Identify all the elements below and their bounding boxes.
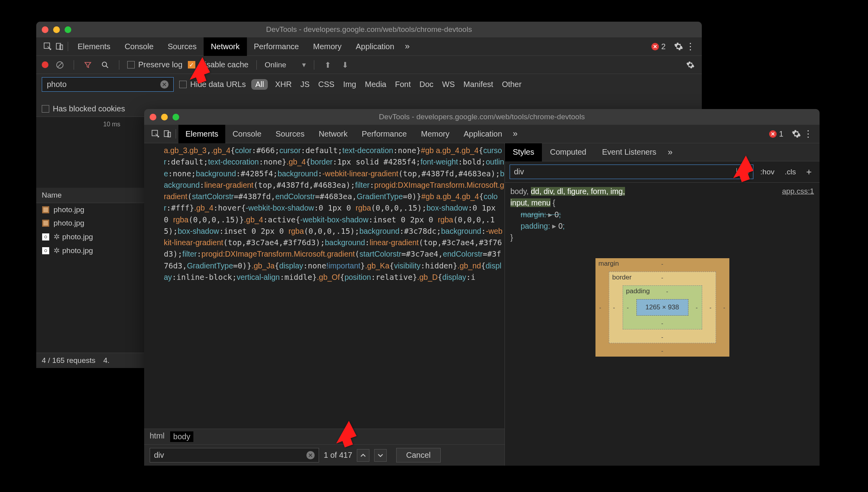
- styles-filter-input[interactable]: div ✕: [510, 165, 753, 179]
- error-icon: ✕: [651, 43, 659, 50]
- styles-tab-styles[interactable]: Styles: [505, 143, 542, 161]
- filter-type-css[interactable]: CSS: [317, 79, 336, 90]
- css-source-view[interactable]: a.gb_3.gb_3,.gb_4{color:#666;cursor:defa…: [144, 143, 504, 429]
- margin-left-value[interactable]: -: [599, 304, 601, 311]
- device-toggle-icon[interactable]: [161, 128, 173, 140]
- tab-performance[interactable]: Performance: [247, 37, 306, 56]
- border-right-value[interactable]: -: [710, 304, 712, 311]
- cls-button[interactable]: .cls: [781, 168, 799, 176]
- box-model-content-size[interactable]: 1265 × 938: [636, 299, 688, 316]
- inspect-icon[interactable]: [150, 128, 161, 140]
- filter-type-js[interactable]: JS: [299, 79, 311, 90]
- filter-type-font[interactable]: Font: [393, 79, 412, 90]
- network-settings-icon[interactable]: [684, 59, 696, 71]
- settings-icon[interactable]: [673, 41, 684, 52]
- maximize-window-button[interactable]: [65, 26, 71, 33]
- tab-memory[interactable]: Memory: [306, 37, 349, 56]
- box-model-margin[interactable]: margin - - - - border - - - - padding -: [595, 258, 729, 357]
- upload-har-icon[interactable]: ⬆: [322, 59, 334, 71]
- box-model-padding[interactable]: padding - - - - 1265 × 938: [623, 285, 702, 329]
- filter-input[interactable]: photo ✕: [42, 77, 174, 92]
- styles-tab-computed[interactable]: Computed: [542, 143, 594, 161]
- tab-application[interactable]: Application: [349, 37, 401, 56]
- file-name: photo.jpg: [54, 219, 84, 228]
- box-model-border[interactable]: border - - - - padding - - - - 1265 × 93…: [609, 272, 716, 343]
- error-badge[interactable]: ✕ 2: [651, 42, 666, 51]
- kebab-menu-icon[interactable]: ⋮: [684, 41, 696, 52]
- new-style-rule-button[interactable]: +: [803, 166, 815, 178]
- kebab-menu-icon[interactable]: ⋮: [802, 128, 814, 140]
- filter-icon[interactable]: [82, 59, 94, 71]
- titlebar[interactable]: DevTools - developers.google.com/web/too…: [36, 22, 702, 37]
- hov-button[interactable]: :hov: [757, 168, 778, 176]
- border-top-value[interactable]: -: [661, 274, 663, 281]
- settings-icon[interactable]: [790, 128, 802, 140]
- tab-sources[interactable]: Sources: [269, 125, 312, 143]
- clear-button[interactable]: [54, 59, 66, 71]
- device-toggle-icon[interactable]: [54, 41, 65, 52]
- filter-type-manifest[interactable]: Manifest: [462, 79, 495, 90]
- rule-margin-val[interactable]: 0: [555, 210, 559, 219]
- tab-application[interactable]: Application: [456, 125, 509, 143]
- border-left-value[interactable]: -: [613, 304, 615, 311]
- more-styles-tabs-icon[interactable]: »: [664, 146, 676, 158]
- search-input[interactable]: div ✕: [150, 448, 319, 462]
- tab-performance[interactable]: Performance: [355, 125, 414, 143]
- rule-margin-prop[interactable]: margin: [521, 210, 544, 219]
- filter-type-xhr[interactable]: XHR: [273, 79, 293, 90]
- border-bottom-value[interactable]: -: [661, 334, 663, 340]
- css-rule[interactable]: app.css:1 body, dd, div, dl, figure, for…: [505, 183, 820, 246]
- filter-type-doc[interactable]: Doc: [418, 79, 435, 90]
- padding-left-value[interactable]: -: [627, 304, 629, 311]
- tab-elements[interactable]: Elements: [178, 125, 225, 143]
- tab-network[interactable]: Network: [312, 125, 354, 143]
- margin-bottom-value[interactable]: -: [661, 348, 663, 354]
- filter-type-media[interactable]: Media: [363, 79, 388, 90]
- tab-sources[interactable]: Sources: [161, 37, 204, 56]
- search-cancel-button[interactable]: Cancel: [396, 448, 440, 462]
- inspect-icon[interactable]: [42, 41, 54, 52]
- padding-top-value[interactable]: -: [666, 288, 668, 295]
- close-window-button[interactable]: [42, 26, 48, 33]
- margin-top-value[interactable]: -: [661, 261, 663, 267]
- preserve-log-checkbox[interactable]: [127, 61, 135, 68]
- titlebar[interactable]: DevTools - developers.google.com/web/too…: [144, 109, 820, 125]
- filter-type-all[interactable]: All: [251, 79, 268, 90]
- margin-right-value[interactable]: -: [723, 304, 725, 311]
- rule-padding-prop[interactable]: padding: [521, 222, 548, 230]
- more-tabs-icon[interactable]: »: [509, 128, 521, 140]
- minimize-window-button[interactable]: [53, 26, 60, 33]
- search-icon[interactable]: [99, 59, 111, 71]
- close-window-button[interactable]: [150, 114, 156, 120]
- clear-search-icon[interactable]: ✕: [306, 451, 315, 459]
- throttling-select[interactable]: Online ▾: [265, 60, 306, 69]
- filter-type-other[interactable]: Other: [500, 79, 523, 90]
- padding-bottom-value[interactable]: -: [661, 320, 663, 327]
- tab-network[interactable]: Network: [204, 37, 247, 56]
- search-next-button[interactable]: [374, 449, 387, 462]
- styles-tab-event-listeners[interactable]: Event Listeners: [594, 143, 664, 161]
- has-blocked-cookies-checkbox[interactable]: [42, 105, 49, 113]
- maximize-window-button[interactable]: [172, 114, 179, 120]
- padding-right-value[interactable]: -: [696, 304, 698, 311]
- minimize-window-button[interactable]: [161, 114, 168, 120]
- error-badge[interactable]: ✕ 1: [769, 129, 783, 139]
- download-har-icon[interactable]: ⬇: [339, 59, 351, 71]
- record-button[interactable]: [42, 61, 48, 68]
- filter-type-ws[interactable]: WS: [441, 79, 456, 90]
- has-blocked-cookies-label[interactable]: Has blocked cookies: [42, 104, 125, 113]
- breadcrumb-body[interactable]: body: [170, 431, 193, 442]
- source-link[interactable]: app.css:1: [782, 186, 814, 197]
- tab-memory[interactable]: Memory: [414, 125, 456, 143]
- filter-type-img[interactable]: Img: [341, 79, 358, 90]
- breadcrumb-html[interactable]: html: [150, 431, 165, 442]
- clear-filter-icon[interactable]: ✕: [160, 80, 169, 89]
- tab-elements[interactable]: Elements: [70, 37, 117, 56]
- tab-console[interactable]: Console: [225, 125, 268, 143]
- more-tabs-icon[interactable]: »: [401, 41, 413, 52]
- rule-padding-val[interactable]: 0: [558, 222, 563, 230]
- preserve-log-checkbox-label[interactable]: Preserve log: [127, 60, 182, 69]
- styles-filter-bar: div ✕ :hov .cls +: [505, 161, 820, 183]
- tab-console[interactable]: Console: [117, 37, 160, 56]
- box-model-diagram[interactable]: margin - - - - border - - - - padding -: [595, 258, 729, 357]
